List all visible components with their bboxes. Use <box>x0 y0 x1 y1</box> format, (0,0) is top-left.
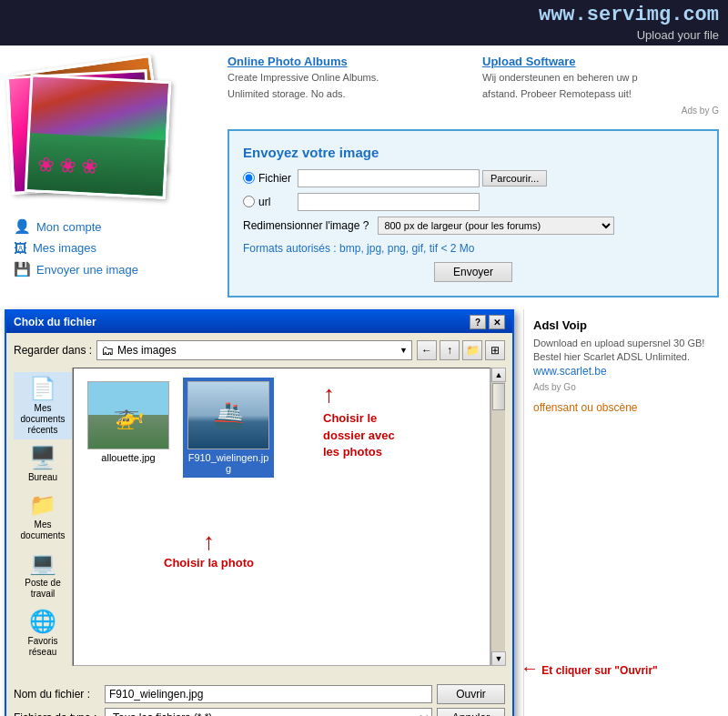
page-wrapper: www.servimg.com Upload your file 👤 Mon c… <box>0 0 728 716</box>
my-docs-label: Mes documents <box>18 519 67 541</box>
images-icon: 🖼 <box>14 240 27 256</box>
file-list-container: 🚁 allouette.jpg 🚢 F910_wielingen.jpg <box>73 368 490 666</box>
dialog-controls: ? ✕ <box>470 315 505 329</box>
resize-select[interactable]: 800 px de largeur (pour les forums) <box>378 217 614 235</box>
file-sidebar: 📄 Mes documents récents 🖥️ Bureau 📁 Mes … <box>14 368 73 666</box>
url-input[interactable] <box>298 193 480 211</box>
header-bar: www.servimg.com Upload your file <box>0 0 728 45</box>
file-radio[interactable] <box>243 172 255 184</box>
network-label: Favoris réseau <box>18 636 67 658</box>
adsl-title: Adsl Voip <box>533 318 719 332</box>
filetype-label: Fichiers de type : <box>14 711 100 716</box>
dialog-body: 📄 Mes documents récents 🖥️ Bureau 📁 Mes … <box>14 368 505 666</box>
open-button[interactable]: Ouvrir <box>437 684 505 704</box>
adsl-text2: Bestel hier Scarlet ADSL Unlimited. <box>533 350 719 364</box>
file-name-ship: F910_wielingen.jpg <box>187 452 270 474</box>
adsl-link[interactable]: www.scarlet.be <box>533 365 607 378</box>
network-icon: 🌐 <box>29 609 56 634</box>
logo-sub: Upload your file <box>539 28 719 42</box>
look-in-label: Regarder dans : <box>14 344 92 357</box>
file-item-helicopter[interactable]: 🚁 allouette.jpg <box>83 378 174 478</box>
upload-form: Envoyez votre image Fichier Parcourir...… <box>228 129 719 297</box>
ads-section: Online Photo Albums Create Impressive On… <box>228 55 719 116</box>
file-list-wrapper: 🚁 allouette.jpg 🚢 F910_wielingen.jpg <box>73 368 505 666</box>
file-radio-label[interactable]: Fichier <box>243 172 298 185</box>
formats-text: Formats autorisés : bmp, jpg, png, gif, … <box>243 242 703 255</box>
views-button[interactable]: ⊞ <box>485 340 505 360</box>
dialog-bottom: Nom du fichier : Ouvrir Fichiers de type… <box>6 673 512 716</box>
filename-input[interactable] <box>105 685 432 703</box>
nav-upload[interactable]: 💾 Envoyer une image <box>14 261 209 277</box>
scroll-up-btn[interactable]: ▲ <box>491 368 506 382</box>
look-in-dropdown[interactable]: 🗂 Mes images ▼ <box>96 340 412 360</box>
url-radio-label[interactable]: url <box>243 196 298 208</box>
sidebar-my-computer[interactable]: 💻 Poste de travail <box>14 547 72 603</box>
form-row-url: url <box>243 193 703 211</box>
url-radio[interactable] <box>243 196 255 207</box>
my-docs-icon: 📁 <box>29 492 56 518</box>
browse-button[interactable]: Parcourir... <box>482 170 547 187</box>
photo-stack <box>9 64 191 209</box>
file-grid: 🚁 allouette.jpg 🚢 F910_wielingen.jpg <box>78 373 485 482</box>
main-content: 👤 Mon compte 🖼 Mes images 💾 Envoyer une … <box>0 45 728 307</box>
file-thumbnail-helicopter: 🚁 <box>87 381 169 449</box>
ads-by2: Ads by Go <box>533 382 719 392</box>
file-thumbnail-ship: 🚢 <box>187 381 269 449</box>
file-item-ship[interactable]: 🚢 F910_wielingen.jpg <box>183 378 274 478</box>
photo-front <box>25 74 172 199</box>
up-button[interactable]: ↑ <box>440 340 460 360</box>
nav-links: 👤 Mon compte 🖼 Mes images 💾 Envoyer une … <box>9 218 209 277</box>
file-input[interactable] <box>298 169 480 187</box>
ship-thumb: 🚢 <box>188 382 268 449</box>
left-panel: 👤 Mon compte 🖼 Mes images 💾 Envoyer une … <box>9 55 209 297</box>
look-in-row: Regarder dans : 🗂 Mes images ▼ ← ↑ 📁 ⊞ <box>14 340 505 360</box>
submit-button[interactable]: Envoyer <box>434 262 512 282</box>
file-dialog: Choix du fichier ? ✕ Regarder dans : 🗂 M… <box>5 309 514 716</box>
ad-software-title[interactable]: Upload Software <box>482 55 719 68</box>
scroll-down-btn[interactable]: ▼ <box>491 651 506 666</box>
dialog-title: Choix du fichier <box>14 316 96 328</box>
upload-icon: 💾 <box>14 261 31 277</box>
recent-docs-label: Mes documents récents <box>18 403 67 436</box>
logo-container: www.servimg.com Upload your file <box>539 4 719 42</box>
filetype-select[interactable]: Tous les fichiers (*.*) <box>105 708 432 716</box>
bottom-row-filetype: Fichiers de type : Tous les fichiers (*.… <box>14 708 505 716</box>
right-side-panel: Adsl Voip Download en upload supersnel 3… <box>523 309 728 716</box>
top-section: www.servimg.com Upload your file 👤 Mon c… <box>0 0 728 309</box>
my-computer-label: Poste de travail <box>18 578 67 600</box>
ad-software-text1: Wij ondersteunen en beheren uw p <box>482 71 719 85</box>
look-in-toolbar: ← ↑ 📁 ⊞ <box>417 340 505 360</box>
ad-upload-software: Upload Software Wij ondersteunen en behe… <box>482 55 719 116</box>
recent-docs-icon: 📄 <box>29 376 56 401</box>
dialog-titlebar: Choix du fichier ? ✕ <box>6 311 512 333</box>
dialog-help-btn[interactable]: ? <box>470 315 486 329</box>
form-row-file: Fichier Parcourir... <box>243 169 703 187</box>
sidebar-network[interactable]: 🌐 Favoris réseau <box>14 605 72 661</box>
ad-online-albums: Online Photo Albums Create Impressive On… <box>228 55 464 116</box>
sidebar-my-docs[interactable]: 📁 Mes documents <box>14 489 72 545</box>
scroll-thumb[interactable] <box>492 383 505 410</box>
dialog-close-btn[interactable]: ✕ <box>489 315 505 329</box>
desktop-icon: 🖥️ <box>29 445 56 470</box>
report-link[interactable]: offensant ou obscène <box>533 401 719 414</box>
ad-albums-title[interactable]: Online Photo Albums <box>228 55 464 68</box>
ad-albums-text2: Unlimited storage. No ads. <box>228 87 464 101</box>
back-button[interactable]: ← <box>417 340 437 360</box>
file-scrollbar: ▲ ▼ <box>490 368 505 666</box>
cancel-button[interactable]: Annuler <box>437 708 505 716</box>
form-row-resize: Redimensionner l'image ? 800 px de large… <box>243 217 703 235</box>
new-folder-button[interactable]: 📁 <box>462 340 482 360</box>
file-list-row: 🚁 allouette.jpg 🚢 F910_wielingen.jpg <box>73 368 505 666</box>
helicopter-thumb: 🚁 <box>88 382 168 449</box>
nav-account[interactable]: 👤 Mon compte <box>14 218 209 235</box>
sidebar-desktop[interactable]: 🖥️ Bureau <box>14 441 72 487</box>
sidebar-recent-docs[interactable]: 📄 Mes documents récents <box>14 372 72 439</box>
desktop-label: Bureau <box>28 472 57 483</box>
ad-albums-text1: Create Impressive Online Albums. <box>228 71 464 85</box>
folder-icon: 🗂 <box>101 343 114 358</box>
filename-label: Nom du fichier : <box>14 688 100 701</box>
nav-images[interactable]: 🖼 Mes images <box>14 240 209 256</box>
ads-by-label: Ads by G <box>482 106 719 116</box>
file-name-helicopter: allouette.jpg <box>101 452 155 463</box>
right-panel: Online Photo Albums Create Impressive On… <box>209 55 719 297</box>
